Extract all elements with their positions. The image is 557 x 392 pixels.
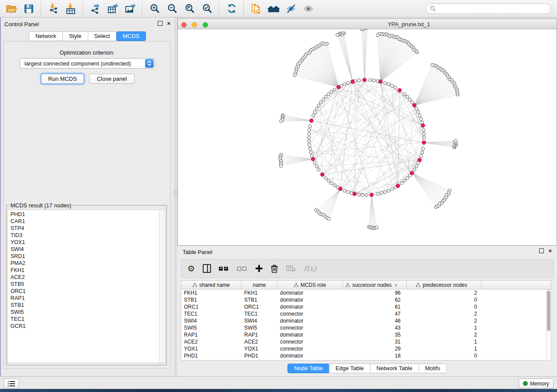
show-columns-button[interactable] xyxy=(203,263,211,274)
mcds-result-item[interactable]: TEC1 xyxy=(8,316,159,323)
table-row[interactable]: PHD1PHD1dominator180 xyxy=(181,352,546,359)
column-header-name[interactable]: name xyxy=(242,281,277,289)
mcds-result-item[interactable]: SWI4 xyxy=(8,246,159,253)
cell-mcds-role: dominator xyxy=(277,303,343,310)
hide-selected-button[interactable] xyxy=(283,2,299,15)
window-left-edge xyxy=(0,17,1,389)
zoom-fit-button[interactable] xyxy=(182,2,197,15)
table-row[interactable]: FKH1FKH1dominator962 xyxy=(181,289,546,296)
unchecked-box-icon xyxy=(242,267,246,271)
show-all-button[interactable] xyxy=(301,2,316,15)
tab-select[interactable]: Select xyxy=(88,31,117,41)
table-row[interactable]: YOX1YOX1connector291 xyxy=(181,345,546,352)
optimization-criterion-select[interactable]: largest connected component (undirected) xyxy=(20,58,155,69)
search-input[interactable] xyxy=(439,5,547,12)
tab-motifs[interactable]: Motifs xyxy=(419,364,447,373)
cell-mcds-role: connector xyxy=(277,324,343,331)
search-field[interactable] xyxy=(426,3,551,14)
import-table-button[interactable] xyxy=(63,2,79,15)
add-column-button[interactable] xyxy=(256,263,263,274)
close-panel-button[interactable]: Close panel xyxy=(89,74,135,84)
mcds-result-item[interactable]: PHD1 xyxy=(8,211,159,218)
save-session-button[interactable] xyxy=(21,2,37,15)
tab-network-table[interactable]: Network Table xyxy=(370,364,419,373)
float-panel-icon[interactable] xyxy=(539,248,544,253)
tab-node-table[interactable]: Node Table xyxy=(287,364,329,373)
network-graph[interactable] xyxy=(178,29,557,245)
show-panels-list-button[interactable] xyxy=(3,378,19,389)
mcds-result-item[interactable]: ACE2 xyxy=(8,274,159,281)
export-network-button[interactable] xyxy=(87,2,103,15)
tab-network[interactable]: Network xyxy=(29,31,63,41)
mcds-result-item[interactable]: SWI5 xyxy=(8,309,159,316)
column-header-successor-nodes[interactable]: successor nodes ∨ xyxy=(343,281,407,289)
trash-icon xyxy=(270,264,278,273)
select-all-button[interactable] xyxy=(219,263,229,274)
delete-column-button[interactable] xyxy=(270,263,278,274)
table-row[interactable]: SWI5SWI5connector431 xyxy=(181,324,546,331)
float-panel-icon[interactable] xyxy=(158,21,163,26)
tab-mcds[interactable]: MCDS xyxy=(116,31,146,41)
table-row[interactable]: RAP1RAP1dominator352 xyxy=(181,331,546,338)
refresh-layout-button[interactable] xyxy=(224,2,239,15)
network-window-titlebar[interactable]: YPA_prune.txt_1 xyxy=(178,19,557,29)
mcds-result-item[interactable]: STB1 xyxy=(8,302,159,309)
table-scrollbar-thumb[interactable] xyxy=(547,291,550,331)
gear-icon: ⚙ xyxy=(187,265,195,273)
zoom-selected-button[interactable] xyxy=(199,2,215,15)
memory-button[interactable]: Memory xyxy=(519,378,554,389)
table-scrollbar[interactable] xyxy=(546,289,551,361)
mcds-result-item[interactable]: PMA2 xyxy=(8,260,159,267)
mcds-result-item[interactable]: STB5 xyxy=(8,281,159,288)
columns-icon xyxy=(203,264,211,273)
first-neighbors-button[interactable] xyxy=(266,2,281,15)
table-row[interactable]: ORC1ORC1dominator610 xyxy=(181,303,546,310)
open-folder-icon xyxy=(6,3,17,14)
mcds-result-scrollbar[interactable] xyxy=(159,210,165,363)
column-header-mcds-role[interactable]: MCDS role xyxy=(277,281,343,289)
table-row[interactable]: STB1STB1dominator620 xyxy=(181,296,546,303)
deselect-all-button[interactable] xyxy=(237,263,248,274)
houses-icon xyxy=(267,3,280,14)
tab-edge-table[interactable]: Edge Table xyxy=(329,364,370,373)
import-network-button[interactable] xyxy=(45,2,61,15)
table-panel: Table Panel × ⚙ f(x) shared xyxy=(177,246,557,376)
minimize-window-icon[interactable] xyxy=(192,22,197,28)
zoom-in-button[interactable] xyxy=(147,2,163,15)
control-panel: Control Panel × Network Style Select MCD… xyxy=(0,17,175,376)
zoom-out-button[interactable] xyxy=(164,2,180,15)
close-window-icon[interactable] xyxy=(181,22,187,28)
table-row[interactable]: SWI4SWI4dominator462 xyxy=(181,317,546,324)
table-row[interactable]: ACE2ACE2connector311 xyxy=(181,338,546,345)
zoom-window-icon[interactable] xyxy=(203,22,208,28)
mcds-result-item[interactable]: CAR1 xyxy=(8,218,159,225)
cell-successor-nodes: 29 xyxy=(343,345,407,352)
mcds-result-item[interactable]: YOX1 xyxy=(8,239,159,246)
tab-style[interactable]: Style xyxy=(62,31,88,41)
mcds-result-item[interactable]: ORC1 xyxy=(8,288,159,295)
cell-successor-nodes: 43 xyxy=(343,324,407,331)
mcds-result-item[interactable]: RAP1 xyxy=(8,295,159,302)
run-mcds-button[interactable]: Run MCDS xyxy=(41,74,84,84)
export-table-icon xyxy=(107,3,118,14)
duplicate-network-button[interactable] xyxy=(248,2,264,15)
table-row[interactable]: TEC1TEC1connector472 xyxy=(181,310,546,317)
close-panel-icon[interactable]: × xyxy=(548,249,552,253)
column-header-shared-name[interactable]: shared name xyxy=(181,281,242,289)
export-image-button[interactable] xyxy=(122,2,138,15)
mcds-result-item[interactable]: STP4 xyxy=(8,225,159,232)
save-floppy-icon xyxy=(24,3,34,14)
cell-successor-nodes: 46 xyxy=(343,317,407,324)
mcds-result-item[interactable]: GCR1 xyxy=(8,323,159,330)
mcds-result-item[interactable]: TID3 xyxy=(8,232,159,239)
export-table-button[interactable] xyxy=(105,2,121,15)
toolbar-separator xyxy=(41,2,42,15)
table-panel-tabs: Node Table Edge Table Network Table Moti… xyxy=(177,364,557,373)
mcds-result-item[interactable]: SRD1 xyxy=(8,253,159,260)
table-options-button[interactable]: ⚙ xyxy=(187,263,195,274)
column-header-predecessor-nodes[interactable]: predecessor nodes xyxy=(407,281,481,289)
mcds-result-item[interactable]: FKH1 xyxy=(8,267,159,274)
open-file-button[interactable] xyxy=(3,2,19,15)
close-panel-icon[interactable]: × xyxy=(167,21,170,25)
cell-shared-name: ORC1 xyxy=(181,303,242,310)
